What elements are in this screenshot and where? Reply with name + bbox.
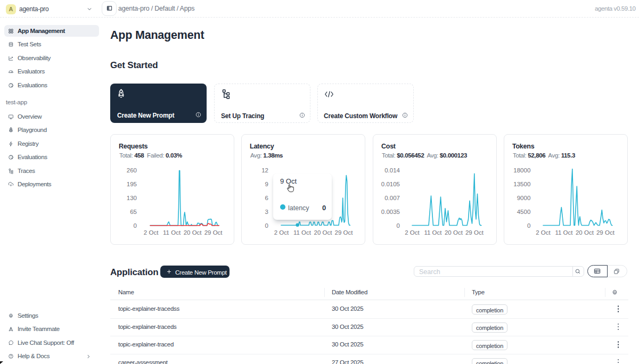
svg-text:6: 6	[265, 195, 268, 201]
svg-text:4500: 4500	[517, 209, 531, 215]
svg-text:0.0035: 0.0035	[381, 209, 400, 215]
svg-text:2 Oct: 2 Oct	[405, 229, 420, 236]
svg-text:195: 195	[127, 181, 137, 187]
svg-text:65: 65	[130, 209, 137, 215]
svg-text:0: 0	[134, 222, 137, 229]
svg-text:9: 9	[265, 181, 268, 187]
svg-text:260: 260	[127, 167, 137, 173]
svg-text:3: 3	[265, 209, 268, 215]
svg-text:20 Oct: 20 Oct	[576, 229, 594, 236]
svg-text:2 Oct: 2 Oct	[536, 229, 551, 236]
svg-text:0: 0	[265, 222, 268, 229]
svg-text:20 Oct: 20 Oct	[445, 229, 463, 236]
svg-text:130: 130	[127, 195, 137, 201]
svg-text:2 Oct: 2 Oct	[144, 229, 159, 236]
svg-text:0.007: 0.007	[384, 195, 400, 201]
svg-text:11 Oct: 11 Oct	[293, 229, 312, 236]
svg-text:2 Oct: 2 Oct	[274, 229, 289, 236]
svg-text:18000: 18000	[513, 167, 530, 173]
svg-text:20 Oct: 20 Oct	[184, 229, 202, 236]
svg-text:0: 0	[397, 222, 400, 229]
svg-text:13500: 13500	[513, 181, 530, 187]
svg-text:0.014: 0.014	[384, 167, 400, 173]
svg-text:20 Oct: 20 Oct	[314, 229, 333, 236]
svg-text:29 Oct: 29 Oct	[335, 229, 354, 236]
svg-text:29 Oct: 29 Oct	[465, 229, 484, 236]
svg-text:11 Oct: 11 Oct	[424, 229, 442, 236]
svg-text:11 Oct: 11 Oct	[555, 229, 573, 236]
svg-text:12: 12	[261, 167, 268, 173]
svg-text:0: 0	[527, 222, 530, 229]
svg-text:9000: 9000	[517, 195, 531, 201]
svg-text:11 Oct: 11 Oct	[163, 229, 181, 236]
svg-text:29 Oct: 29 Oct	[596, 229, 615, 236]
svg-text:29 Oct: 29 Oct	[204, 229, 223, 236]
svg-text:0.0105: 0.0105	[381, 181, 400, 187]
